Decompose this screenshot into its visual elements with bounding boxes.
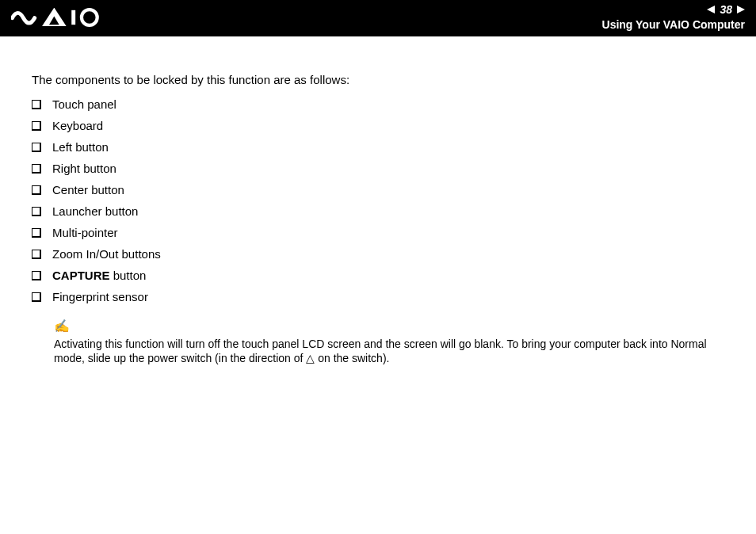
note-text: Activating this function will turn off t…: [54, 337, 724, 367]
svg-rect-0: [71, 10, 75, 25]
list-item-label: Center button: [52, 183, 124, 196]
bullet-icon: [32, 292, 41, 302]
list-item-label: Zoom In/Out buttons: [52, 247, 161, 261]
list-item-label: Touch panel: [52, 97, 116, 111]
list-item-label: Multi-pointer: [52, 226, 118, 239]
note-block: ✍ Activating this function will turn off…: [54, 318, 724, 366]
list-item-label: Keyboard: [52, 119, 103, 132]
list-item: Zoom In/Out buttons: [32, 247, 724, 261]
bullet-icon: [32, 207, 41, 216]
page-number: 38: [720, 3, 732, 17]
list-item: Left button: [32, 140, 724, 154]
bullet-icon: [32, 100, 41, 109]
bullet-icon: [32, 185, 41, 195]
bullet-icon: [32, 228, 41, 238]
triangle-icon: △: [306, 351, 315, 366]
note-icon: ✍: [54, 318, 724, 335]
list-item-label: Fingerprint sensor: [52, 290, 148, 303]
page-header: 38 Using Your VAIO Computer: [0, 0, 756, 36]
bullet-icon: [32, 143, 41, 152]
list-item-label: Left button: [52, 140, 109, 154]
list-item: Fingerprint sensor: [32, 290, 724, 303]
list-item: Center button: [32, 183, 724, 196]
list-item: Right button: [32, 162, 724, 175]
prev-page-icon[interactable]: [707, 6, 715, 13]
bullet-icon: [32, 121, 41, 131]
list-item: Launcher button: [32, 204, 724, 218]
page-content: The components to be locked by this func…: [0, 36, 756, 366]
components-list: Touch panel Keyboard Left button Right b…: [32, 97, 724, 303]
next-page-icon[interactable]: [737, 6, 745, 13]
list-item: CAPTURE button: [32, 269, 724, 282]
page-navigation: 38: [602, 3, 745, 17]
svg-point-1: [82, 10, 97, 25]
list-item: Multi-pointer: [32, 226, 724, 239]
list-item: Touch panel: [32, 97, 724, 111]
bullet-icon: [32, 271, 41, 280]
list-item-label: Launcher button: [52, 204, 138, 218]
list-item: Keyboard: [32, 119, 724, 132]
section-title: Using Your VAIO Computer: [602, 18, 745, 32]
list-item-label: Right button: [52, 162, 116, 175]
list-item-label: CAPTURE button: [52, 269, 146, 282]
bullet-icon: [32, 164, 41, 174]
vaio-logo: [11, 8, 123, 27]
intro-text: The components to be locked by this func…: [32, 73, 724, 86]
bullet-icon: [32, 250, 41, 259]
